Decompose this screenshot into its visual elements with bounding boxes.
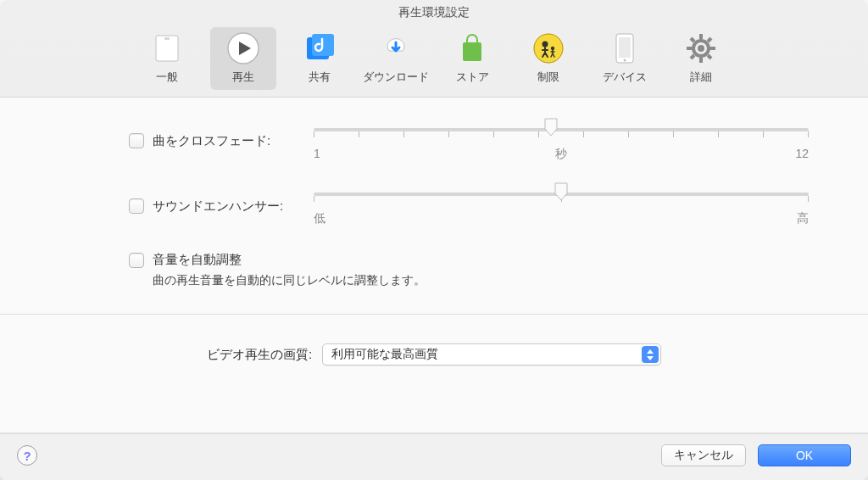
auto-volume-checkbox[interactable] xyxy=(129,253,144,268)
svg-point-8 xyxy=(542,42,548,47)
svg-rect-11 xyxy=(619,37,631,58)
window-title: 再生環境設定 xyxy=(0,0,868,24)
svg-line-19 xyxy=(708,55,711,59)
svg-rect-6 xyxy=(463,42,481,61)
enhancer-max: 高 xyxy=(797,211,809,226)
tab-label: ストア xyxy=(456,70,489,85)
auto-volume-label: 音量を自動調整 xyxy=(153,252,242,268)
auto-volume-block: 音量を自動調整 曲の再生音量を自動的に同じレベルに調整します。 xyxy=(59,252,809,288)
crossfade-label: 曲をクロスフェード: xyxy=(153,133,270,149)
tab-label: ダウンロード xyxy=(363,70,429,85)
tab-store[interactable]: ストア xyxy=(439,27,505,90)
tab-label: 再生 xyxy=(232,70,254,85)
general-icon xyxy=(149,31,185,66)
enhancer-thumb[interactable] xyxy=(554,181,569,202)
video-quality-select[interactable]: 利用可能な最高画質 xyxy=(322,343,661,366)
restrictions-icon xyxy=(531,31,566,66)
play-icon xyxy=(225,31,261,66)
toolbar: 一般 再生 共有 ダウンロード ストア xyxy=(0,24,868,98)
downloads-icon xyxy=(378,31,414,66)
tab-label: 共有 xyxy=(309,70,331,85)
ok-button[interactable]: OK xyxy=(758,444,851,466)
svg-marker-23 xyxy=(647,349,654,354)
svg-line-18 xyxy=(691,38,694,42)
tab-label: 制限 xyxy=(537,70,559,85)
tab-playback[interactable]: 再生 xyxy=(210,27,276,90)
help-button[interactable]: ? xyxy=(17,445,37,466)
video-quality-value: 利用可能な最高画質 xyxy=(331,347,438,362)
crossfade-thumb[interactable] xyxy=(543,117,559,137)
enhancer-slider[interactable]: 低 高 xyxy=(314,186,809,226)
enhancer-label: サウンドエンハンサー: xyxy=(153,198,283,215)
video-quality-label: ビデオ再生の画質: xyxy=(207,347,312,363)
enhancer-checkbox[interactable] xyxy=(129,198,144,214)
gear-icon xyxy=(683,31,719,66)
crossfade-slider[interactable]: 1 秒 12 xyxy=(314,121,809,160)
svg-point-22 xyxy=(698,45,704,52)
tab-sharing[interactable]: 共有 xyxy=(287,27,353,90)
enhancer-row: サウンドエンハンサー: 低 高 xyxy=(59,186,809,226)
video-quality-row: ビデオ再生の画質: 利用可能な最高画質 xyxy=(59,340,809,382)
svg-point-7 xyxy=(534,34,563,63)
tab-restrictions[interactable]: 制限 xyxy=(515,27,581,90)
crossfade-max: 12 xyxy=(795,147,809,160)
svg-rect-1 xyxy=(164,37,170,40)
svg-line-21 xyxy=(691,55,694,59)
store-icon xyxy=(454,31,490,66)
auto-volume-description: 曲の再生音量を自動的に同じレベルに調整します。 xyxy=(153,273,809,288)
enhancer-min: 低 xyxy=(314,211,326,226)
tab-label: 一般 xyxy=(156,70,178,85)
tab-advanced[interactable]: 詳細 xyxy=(668,27,734,90)
tab-label: デバイス xyxy=(603,70,647,85)
svg-line-20 xyxy=(708,38,711,42)
footer: ? キャンセル OK xyxy=(0,433,868,480)
content-pane: 曲をクロスフェード: 1 秒 12 xyxy=(0,98,868,433)
crossfade-row: 曲をクロスフェード: 1 秒 12 xyxy=(59,121,809,160)
tab-general[interactable]: 一般 xyxy=(134,27,200,90)
devices-icon xyxy=(607,31,643,66)
crossfade-min: 1 xyxy=(314,147,320,160)
cancel-button[interactable]: キャンセル xyxy=(661,444,746,466)
tab-devices[interactable]: デバイス xyxy=(592,27,658,90)
svg-marker-24 xyxy=(647,356,654,360)
svg-point-12 xyxy=(624,59,626,62)
crossfade-checkbox[interactable] xyxy=(129,133,144,148)
divider xyxy=(0,314,868,315)
tab-downloads[interactable]: ダウンロード xyxy=(363,27,429,90)
select-caret-icon xyxy=(642,346,659,363)
crossfade-unit: 秒 xyxy=(555,147,567,162)
preferences-window: 再生環境設定 一般 再生 共有 ダウンロード xyxy=(0,0,868,480)
tab-label: 詳細 xyxy=(690,70,712,85)
sharing-icon xyxy=(302,31,337,66)
